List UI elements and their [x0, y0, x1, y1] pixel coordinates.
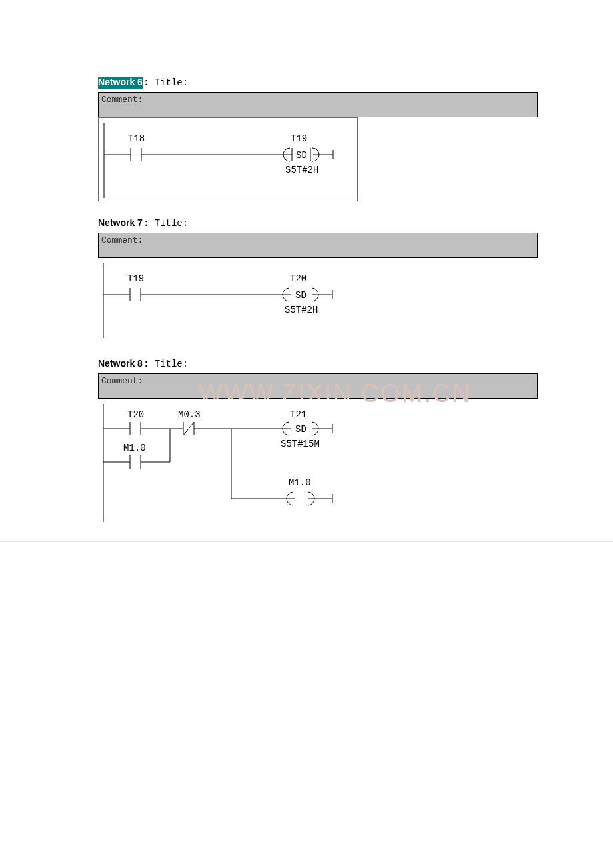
svg-line-27: [183, 422, 194, 435]
output-address: M1.0: [289, 477, 311, 488]
ladder-diagram: T19 T20 SD S5T#2H: [98, 258, 358, 342]
contact-address: M1.0: [123, 443, 146, 453]
comment-label: Comment:: [101, 235, 143, 245]
network-title: : Title:: [143, 359, 188, 369]
network-header: Network 6: Title:: [98, 77, 520, 88]
network-header: Network 8: Title:: [98, 358, 520, 369]
page: Network 6: Title: Comment: T18 T19: [0, 0, 613, 525]
contact-address: T18: [128, 133, 145, 144]
output-param: S5T#15M: [281, 439, 320, 449]
comment-label: Comment:: [101, 376, 143, 386]
network-title: : Title:: [143, 77, 188, 88]
contact-address: T20: [127, 409, 144, 420]
output-address: T19: [291, 133, 307, 144]
output-param: S5T#2H: [285, 165, 318, 175]
output-address: T21: [290, 409, 306, 420]
comment-label: Comment:: [101, 95, 143, 105]
network-label: Network 6: [98, 77, 143, 89]
comment-box: Comment:: [98, 92, 538, 117]
network-header: Network 7: Title:: [98, 217, 520, 229]
comment-box: Comment: WWW.ZIXIN.COM.CN: [98, 373, 538, 399]
output-param: S5T#2H: [285, 305, 318, 315]
ladder-diagram: T20 M1.0 M0.3: [98, 399, 358, 525]
output-address: T20: [290, 273, 306, 284]
output-func: SD: [295, 290, 306, 301]
output-func: SD: [296, 150, 307, 161]
contact-address: T19: [127, 273, 144, 284]
output-func: SD: [295, 424, 306, 435]
network-7: Network 7: Title: Comment: T19 T20 SD S5…: [98, 217, 520, 342]
network-label: Network 8: [98, 358, 143, 369]
network-6: Network 6: Title: Comment: T18 T19: [98, 77, 520, 201]
network-title: : Title:: [143, 218, 188, 229]
contact-address: M0.3: [178, 409, 201, 420]
comment-box: Comment:: [98, 233, 538, 258]
ladder-diagram: T18 T19 SD S5T#2H: [98, 117, 358, 201]
network-8: Network 8: Title: Comment: WWW.ZIXIN.COM…: [98, 358, 520, 525]
page-divider: [0, 541, 613, 542]
network-label: Network 7: [98, 217, 143, 228]
